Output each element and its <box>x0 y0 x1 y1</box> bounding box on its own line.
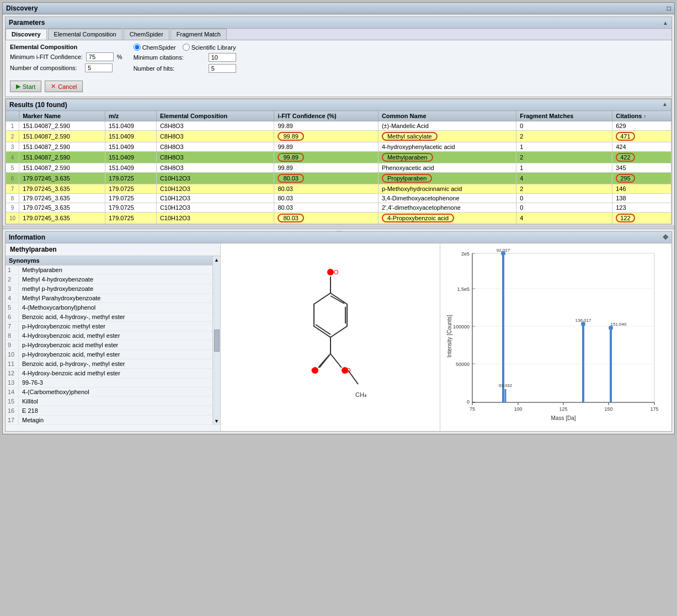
divider-handle: ⋯ <box>337 229 341 233</box>
table-row[interactable]: 6 179.07245_3.635 179.0725 C10H12O3 80.0… <box>6 173 671 184</box>
synonym-num: 3 <box>6 284 19 293</box>
scroll-up-icon[interactable]: ▲ <box>214 257 219 263</box>
ifit-cell: 99.89 <box>274 131 378 142</box>
table-row[interactable]: 8 179.07245_3.635 179.0725 C10H12O3 80.0… <box>6 194 671 203</box>
synonyms-container: Synonyms 1Methylparaben2Methyl 4-hydroxy… <box>6 256 220 425</box>
mz-cell: 151.0409 <box>105 163 156 173</box>
y-tick-2e5: 2e5 <box>461 251 470 257</box>
formula-cell: C8H8O3 <box>156 121 274 131</box>
table-row[interactable]: 10 179.07245_3.635 179.0725 C10H12O3 80.… <box>6 213 671 224</box>
panel-divider[interactable]: ⋯ <box>3 226 674 229</box>
common-name-cell: 2',4'-dimethoxyacetophenone <box>378 203 516 213</box>
tab-fragment-match[interactable]: Fragment Match <box>170 29 227 40</box>
synonym-num: 16 <box>6 406 19 415</box>
synonym-text: methyl p-hydroxybenzoate <box>19 284 97 293</box>
right-params: ChemSpider Scientific Library Minimum ci… <box>134 44 236 75</box>
synonym-text: 4-Hydroxybenzoic acid, methyl ester <box>19 331 123 340</box>
ifit-cell: 99.89 <box>274 152 378 163</box>
marker-name-cell: 151.04087_2.590 <box>19 131 105 142</box>
list-item: 4Methyl Parahydroxybenzoate <box>6 294 212 303</box>
num-comp-input[interactable] <box>85 63 113 72</box>
information-label: Information <box>9 233 45 241</box>
row-num: 2 <box>6 131 19 142</box>
citations-cell: 146 <box>612 184 671 194</box>
spectrum-chart-svg: Intensity [Counts] 2e5 1.5e5 100000 5000… <box>445 248 660 424</box>
col-header-name[interactable]: Common Name <box>378 111 516 121</box>
common-name-cell: Methylparaben <box>378 152 516 163</box>
oxygen-carbonyl-label: O <box>311 367 316 374</box>
mz-cell: 151.0409 <box>105 121 156 131</box>
formula-cell: C10H12O3 <box>156 203 274 213</box>
tab-discovery[interactable]: Discovery <box>6 29 47 40</box>
marker-name-cell: 179.07245_3.635 <box>19 213 105 224</box>
table-row[interactable]: 9 179.07245_3.635 179.0725 C10H12O3 80.0… <box>6 203 671 213</box>
x-label-150: 150 <box>604 406 612 412</box>
synonym-num: 7 <box>6 322 19 331</box>
scroll-thumb[interactable] <box>214 330 220 352</box>
results-collapse[interactable]: ▲ <box>662 101 668 109</box>
parameters-panel: Parameters ▲ Discovery Elemental Composi… <box>5 17 672 97</box>
marker-name-cell: 151.04087_2.590 <box>19 163 105 173</box>
list-item: 15Killitol <box>6 397 212 406</box>
table-row[interactable]: 3 151.04087_2.590 151.0409 C8H8O3 99.89 … <box>6 142 671 152</box>
move-icon[interactable]: ✥ <box>663 233 668 241</box>
table-row[interactable]: 4 151.04087_2.590 151.0409 C8H8O3 99.89 … <box>6 152 671 163</box>
list-item: 7p-Hydroxybenzoic methyl ester <box>6 322 212 331</box>
ifit-cell: 99.89 <box>274 121 378 131</box>
peak-93-label: 93.032 <box>499 383 513 388</box>
fragments-cell: 2 <box>516 152 612 163</box>
list-item: 11Benzoic acid, p-hydroxy-, methyl ester <box>6 359 212 369</box>
results-table-container[interactable]: Marker Name m/z Elemental Composition i-… <box>6 110 671 224</box>
synonyms-list[interactable]: 1Methylparaben2Methyl 4-hydroxybenzoate3… <box>6 265 212 425</box>
synonym-text: 4-(Carbomethoxy)phenol <box>19 387 93 396</box>
synonym-text: 99-76-3 <box>19 378 46 387</box>
col-header-ifit[interactable]: i-FIT Confidence (%) <box>274 111 378 121</box>
radio-sci-library[interactable]: Scientific Library <box>183 44 236 51</box>
common-name-cell: (±)-Mandelic Acid <box>378 121 516 131</box>
synonyms-panel: Methylparaben Synonyms 1Methylparaben2Me… <box>6 243 221 431</box>
col-header-fragments[interactable]: Fragment Matches <box>516 111 612 121</box>
synonym-num: 2 <box>6 275 19 284</box>
table-row[interactable]: 5 151.04087_2.590 151.0409 C8H8O3 99.89 … <box>6 163 671 173</box>
num-hits-input[interactable] <box>209 64 236 73</box>
tab-elemental-composition[interactable]: Elemental Composition <box>48 29 122 40</box>
col-header-citations[interactable]: Citations ↑ <box>612 111 671 121</box>
cancel-button[interactable]: ✕ Cancel <box>45 81 83 92</box>
tab-chemspider[interactable]: ChemSpider <box>124 29 169 40</box>
col-header-num <box>6 111 19 121</box>
chart-background <box>472 253 654 402</box>
list-item: 54-(Methoxycarbonyl)phenol <box>6 303 212 312</box>
formula-cell: C8H8O3 <box>156 152 274 163</box>
ifit-input[interactable] <box>86 52 114 61</box>
row-num: 5 <box>6 163 19 173</box>
min-citations-input[interactable] <box>209 53 236 62</box>
common-name-cell: 4-Propoxybenzoic acid <box>378 213 516 224</box>
col-header-mz[interactable]: m/z <box>105 111 156 121</box>
elemental-comp-label: Elemental Composition <box>10 44 122 50</box>
table-row[interactable]: 7 179.07245_3.635 179.0725 C10H12O3 80.0… <box>6 184 671 194</box>
formula-cell: C10H12O3 <box>156 213 274 224</box>
peak-151-label: 151.040 <box>611 322 627 327</box>
scrollbar[interactable]: ▲ ▼ <box>212 256 220 425</box>
results-table: Marker Name m/z Elemental Composition i-… <box>6 110 671 224</box>
mz-cell: 151.0409 <box>105 131 156 142</box>
col-header-formula[interactable]: Elemental Composition <box>156 111 274 121</box>
table-row[interactable]: 1 151.04087_2.590 151.0409 C8H8O3 99.89 … <box>6 121 671 131</box>
common-name-cell: Phenoxyacetic acid <box>378 163 516 173</box>
synonym-num: 4 <box>6 294 19 302</box>
citations-cell: 138 <box>612 194 671 203</box>
ifit-unit: % <box>117 54 122 60</box>
scroll-down-icon[interactable]: ▼ <box>214 418 219 424</box>
parameters-collapse[interactable]: ▲ <box>663 20 668 26</box>
synonyms-list-wrapper: Synonyms 1Methylparaben2Methyl 4-hydroxy… <box>6 256 212 425</box>
start-button[interactable]: ▶ Start <box>10 81 41 92</box>
row-num: 4 <box>6 152 19 163</box>
synonym-num: 1 <box>6 265 19 274</box>
synonyms-label: Synonyms <box>9 257 40 264</box>
window-collapse-icon[interactable]: □ <box>667 4 671 12</box>
table-row[interactable]: 2 151.04087_2.590 151.0409 C8H8O3 99.89 … <box>6 131 671 142</box>
radio-chemspider[interactable]: ChemSpider <box>134 44 176 51</box>
col-header-marker[interactable]: Marker Name <box>19 111 105 121</box>
svg-marker-0 <box>314 293 347 337</box>
main-window: Discovery □ Parameters ▲ Discovery Eleme… <box>2 2 675 434</box>
